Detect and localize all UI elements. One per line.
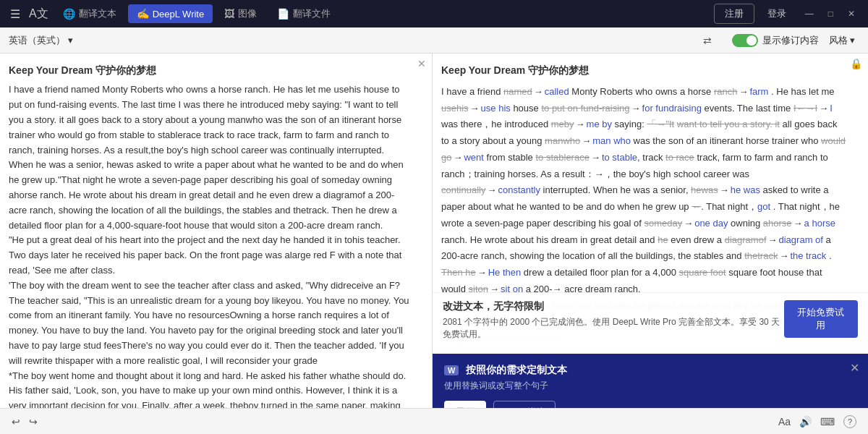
strike-he: he (658, 234, 668, 245)
menu-icon[interactable]: ☰ (7, 4, 23, 24)
arrow: → (631, 103, 641, 114)
strike-thetrack: thetrack (744, 250, 778, 261)
tab-translate-text[interactable]: 🌐 翻译文本 (54, 4, 125, 24)
tab-deepl-write[interactable]: ✍ DeepL Write (128, 4, 213, 23)
help-button[interactable]: ? (843, 415, 856, 428)
close-button[interactable]: ✕ (842, 6, 861, 22)
chevron-down-icon: ▾ (68, 35, 73, 46)
toggle-container: 显示修订内容 (732, 34, 819, 47)
start-trial-button[interactable]: 开始免费试用 (784, 300, 858, 338)
replace-man-who: man who (592, 135, 631, 146)
strike-ranch: ranch (714, 86, 738, 97)
main-content: ✕ Keep Your Dream 守护你的梦想 I have a friend… (0, 54, 868, 434)
arrow: → (582, 135, 591, 146)
replace-i: I (830, 103, 833, 114)
right-title: Keep Your Dream 守护你的梦想 (441, 62, 846, 80)
strike-stablerace: to stablerace (535, 152, 589, 163)
arrow: → (793, 218, 803, 229)
style-selector[interactable]: 风格 ▾ (825, 33, 859, 48)
tab-image[interactable]: 🖼 图像 (216, 4, 265, 24)
write-icon: ✍ (137, 8, 149, 20)
replace-went: went (464, 152, 483, 163)
replace-a-horse: a horse (804, 218, 835, 229)
arrow: → (470, 103, 480, 114)
language-selector[interactable]: 英语（英式） ▾ (9, 34, 73, 47)
redo-button[interactable]: ↪ (29, 416, 38, 427)
strike-someday: someday (644, 218, 682, 229)
style-chevron-icon: ▾ (850, 35, 855, 46)
show-revisions-toggle[interactable] (732, 34, 758, 47)
tab-translate-file-label: 翻译文件 (293, 7, 331, 20)
arrow: → (819, 103, 828, 114)
minimize-button[interactable]: — (799, 6, 820, 22)
strike-arrow: ← (692, 201, 701, 212)
strike-meby: meby (551, 119, 574, 129)
strike-sqft: square foot (679, 267, 726, 278)
tab-translate-file[interactable]: 📄 翻译文件 (268, 4, 339, 24)
login-button[interactable]: 登录 (757, 4, 796, 23)
language-icon[interactable]: A文 (26, 4, 51, 25)
register-button[interactable]: 注册 (714, 4, 754, 24)
arrow: → (534, 86, 543, 97)
replace-fundraising: for fundraising (642, 103, 702, 114)
tab-image-label: 图像 (238, 7, 257, 20)
strike-ahorse: ahorse (763, 218, 792, 229)
translate-text-icon: 🌐 (63, 8, 75, 20)
toggle-label: 显示修订内容 (762, 34, 819, 47)
swap-button[interactable]: ⇄ (703, 35, 712, 46)
left-title: Keep Your Dream 守护你的梦想 (9, 62, 410, 78)
popup-close-button[interactable]: ✕ (850, 361, 859, 375)
arrow: → (576, 119, 585, 129)
tab-deepl-write-label: DeepL Write (153, 9, 205, 20)
strike-I: I←→I (793, 103, 817, 114)
style-label: 风格 (829, 34, 848, 47)
replace-got: got (757, 201, 770, 212)
strike-story: want to tell you a story. it (677, 119, 780, 129)
arrow: → (591, 152, 600, 163)
strike-then-he: Then he (441, 267, 476, 278)
arrow: → (453, 152, 462, 163)
replace-he-then: He then (488, 267, 522, 278)
upgrade-banner: 改进文本，无字符限制 2081 个字符中的 2000 个已完成润色。使用 Dee… (433, 292, 868, 354)
language-label: 英语（英式） (9, 34, 65, 47)
strike-manwho: manwho (545, 135, 580, 146)
arrow: → (684, 218, 693, 229)
undo-button[interactable]: ↩ (12, 416, 20, 427)
source-text-area[interactable]: Keep Your Dream 守护你的梦想 I have a friend n… (0, 54, 432, 408)
tab-translate-text-label: 翻译文本 (79, 7, 116, 20)
strike-usehis: usehis (441, 103, 469, 114)
clear-button[interactable]: ✕ (417, 58, 426, 69)
restore-button[interactable]: □ (822, 6, 839, 22)
strike-fund: to put on fund-raising (541, 103, 629, 114)
strike-would-go: would go (441, 135, 846, 163)
text-to-speech-button[interactable]: 🔊 (799, 416, 812, 427)
upgrade-desc: 2081 个字符中的 2000 个已完成润色。使用 DeepL Write Pr… (443, 316, 784, 341)
replace-one-day: one day (694, 218, 728, 229)
toolbar: 英语（英式） ▾ ⇄ 显示修订内容 风格 ▾ (0, 27, 868, 54)
strike-quote: 「→"It (647, 119, 674, 129)
replace-called: called (545, 86, 569, 97)
strike-named: named (503, 86, 532, 97)
deepl-w-logo: W (444, 365, 459, 375)
source-text: I have a friend named Monty Roberts who … (9, 82, 410, 408)
replace-the-track: the track (790, 250, 826, 261)
font-size-button[interactable]: Aa (778, 416, 791, 427)
top-navigation: ☰ A文 🌐 翻译文本 ✍ DeepL Write 🖼 图像 📄 翻译文件 注册… (0, 0, 868, 27)
upgrade-actions: 开始免费试用 (784, 300, 858, 338)
popup-title-text: 按照你的需求定制文本 (466, 364, 567, 377)
keyboard-button[interactable]: ⌨ (820, 416, 835, 427)
strike-diagramof: diagramof (725, 234, 767, 245)
replace-he-was: he was (731, 184, 760, 195)
image-icon: 🖼 (224, 8, 234, 20)
right-panel: 🔒 Keep Your Dream 守护你的梦想 I have a friend… (433, 54, 868, 434)
strike-race: to race (665, 152, 694, 163)
arrow: → (477, 267, 487, 278)
arrow: → (720, 184, 729, 195)
file-icon: 📄 (277, 8, 289, 20)
lock-icon: 🔒 (850, 58, 862, 69)
popup-subtitle: 使用替换词或改写整个句子 (444, 380, 856, 392)
popup-title: W 按照你的需求定制文本 (444, 364, 856, 377)
arrow: → (739, 86, 748, 97)
replace-me-by: me by (587, 119, 612, 129)
left-panel: ✕ Keep Your Dream 守护你的梦想 I have a friend… (0, 54, 433, 434)
